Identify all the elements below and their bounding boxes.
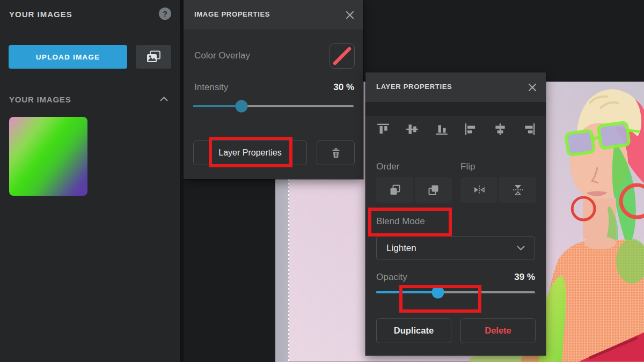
align-middle-vertical-icon[interactable] [405,122,419,136]
send-backward-button[interactable] [376,177,413,203]
image-properties-panel: IMAGE PROPERTIES Color Overlay Intensity… [184,0,363,179]
align-left-icon[interactable] [464,122,478,136]
sidebar-your-images: YOUR IMAGES ? UPLOAD IMAGE YOUR IMAGES [0,0,180,362]
trash-icon [331,148,341,158]
flip-horizontal-button[interactable] [460,177,497,203]
send-backward-icon [389,183,401,196]
align-bottom-icon[interactable] [435,122,449,136]
no-color-icon [330,44,354,68]
editor-screen: YOUR IMAGES ? UPLOAD IMAGE YOUR IMAGES I… [0,0,644,362]
close-icon[interactable] [526,82,538,93]
opacity-slider-knob[interactable] [432,286,444,299]
image-properties-header: IMAGE PROPERTIES [184,0,363,29]
duplicate-button[interactable]: Duplicate [376,318,451,343]
flip-horizontal-icon [472,183,486,196]
layer-properties-header: LAYER PROPERTIES [365,72,546,102]
chevron-up-icon[interactable] [160,97,168,101]
help-icon[interactable]: ? [159,8,171,20]
align-top-icon[interactable] [376,122,390,136]
opacity-label: Opacity [376,272,407,283]
sidebar-divider [180,0,184,362]
delete-button[interactable]: Delete [460,318,536,343]
intensity-label: Intensity [194,82,228,93]
intensity-slider[interactable] [193,100,354,113]
intensity-value: 30 % [333,82,354,93]
sidebar-title: YOUR IMAGES [9,10,72,19]
align-center-horizontal-icon[interactable] [493,122,507,136]
order-label: Order [376,161,399,172]
layer-properties-panel: LAYER PROPERTIES [365,72,546,356]
image-properties-title: IMAGE PROPERTIES [194,10,270,18]
image-library-button[interactable] [136,45,171,69]
opacity-slider-fill [376,291,438,293]
layer-properties-button[interactable]: Layer Properties [193,141,307,165]
layer-properties-title: LAYER PROPERTIES [376,83,452,91]
chevron-down-icon [517,246,525,250]
opacity-slider[interactable] [376,286,535,299]
uploaded-image-thumbnail[interactable] [9,117,87,196]
color-overlay-swatch[interactable] [330,43,355,69]
intensity-slider-fill [193,105,241,107]
blend-mode-label: Blend Mode [376,216,425,227]
bring-forward-button[interactable] [415,177,452,203]
your-images-section-header: YOUR IMAGES [9,95,71,104]
flip-label: Flip [460,161,475,172]
alignment-toolbar [376,120,536,139]
panel-section-divider [365,102,546,116]
thumbnail-gradient [9,117,87,196]
color-overlay-label: Color Overlay [194,50,250,61]
opacity-value: 39 % [514,272,535,283]
image-icon [146,50,161,63]
bring-forward-icon [427,183,440,196]
intensity-slider-knob[interactable] [235,100,247,113]
upload-image-button[interactable]: UPLOAD IMAGE [9,45,127,69]
blend-mode-dropdown[interactable]: Lighten [376,236,535,260]
flip-vertical-button[interactable] [499,177,536,203]
blend-mode-value: Lighten [386,243,416,254]
flip-vertical-icon [511,183,524,197]
close-icon[interactable] [344,9,356,21]
align-right-icon[interactable] [522,122,536,136]
delete-image-button[interactable] [317,141,355,165]
